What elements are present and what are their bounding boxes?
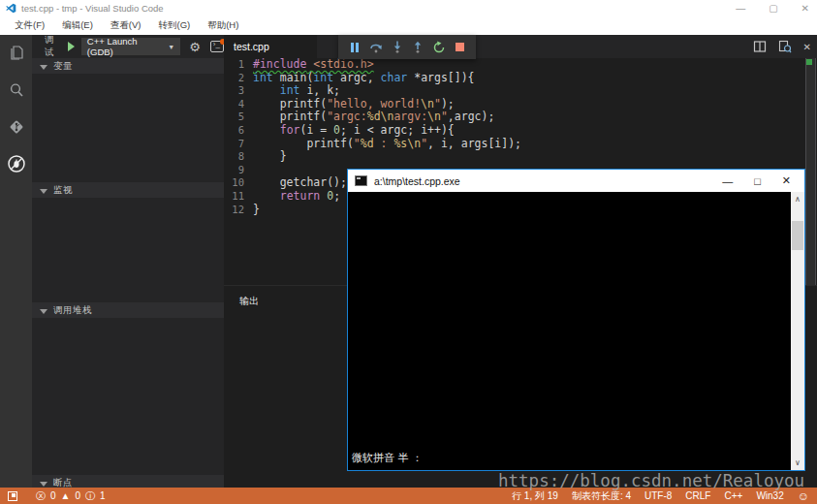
debug-configuration-select[interactable]: C++ Launch (GDB) ▼ bbox=[81, 38, 180, 55]
console-title-bar[interactable]: a:\tmp\test.cpp.exe — □ ✕ bbox=[348, 170, 804, 192]
variables-body bbox=[32, 74, 224, 182]
feedback-smiley-icon[interactable]: ☺ bbox=[798, 489, 809, 503]
open-preview-icon[interactable] bbox=[778, 40, 792, 53]
explorer-icon[interactable] bbox=[0, 35, 32, 72]
minimize-button[interactable]: — bbox=[736, 3, 745, 14]
section-label: 变量 bbox=[53, 60, 73, 73]
console-scrollbar[interactable]: ∧ ∨ bbox=[791, 192, 804, 470]
line-content: #include <stdio.h> bbox=[253, 58, 374, 72]
stop-icon[interactable] bbox=[455, 42, 465, 52]
close-editor-icon[interactable]: ✕ bbox=[803, 42, 811, 52]
debug-console-icon[interactable] bbox=[210, 41, 224, 52]
code-line[interactable]: 6 for(i = 0; i < argc; i++){ bbox=[224, 124, 817, 138]
line-number: 1 bbox=[224, 58, 253, 72]
status-bar-right: 行 1, 列 19制表符长度: 4UTF-8CRLFC++Win32☺ bbox=[512, 489, 817, 503]
restart-icon[interactable] bbox=[432, 41, 446, 54]
maximize-button[interactable]: ▢ bbox=[769, 3, 777, 14]
console-body[interactable]: 微软拼音 半 ： ∧ ∨ bbox=[348, 192, 804, 470]
editor-scrollbar[interactable] bbox=[805, 58, 816, 285]
code-line[interactable]: 3 int i, k; bbox=[224, 84, 817, 98]
debug-icon[interactable] bbox=[0, 145, 32, 182]
tab-label: test.cpp bbox=[234, 41, 269, 52]
code-line[interactable]: 5 printf("argc:%d\nargv:\n",argc); bbox=[224, 110, 817, 124]
line-number: 11 bbox=[224, 190, 253, 204]
code-line[interactable]: 2int main(int argc, char *args[]){ bbox=[224, 72, 817, 85]
debug-configuration-value: C++ Launch (GDB) bbox=[87, 36, 160, 57]
feedback-window-icon[interactable] bbox=[8, 491, 17, 501]
line-content: printf("argc:%d\nargv:\n",argc); bbox=[253, 110, 494, 124]
menu-bar: 文件(F)编辑(E)查看(V)转到(G)帮助(H) bbox=[0, 16, 817, 35]
step-into-icon[interactable] bbox=[392, 41, 403, 53]
pause-icon[interactable] bbox=[349, 42, 361, 53]
section-header-variables[interactable]: 变量 bbox=[32, 58, 224, 74]
vscode-logo-icon bbox=[6, 3, 16, 14]
callstack-body bbox=[32, 318, 224, 475]
debug-sidebar: 调试 C++ Launch (GDB) ▼ ⚙ 变量 监视 调用堆栈 断点 bbox=[32, 35, 224, 488]
line-number: 8 bbox=[224, 150, 253, 164]
code-line[interactable]: 1#include <stdio.h> bbox=[224, 58, 817, 72]
menu-item[interactable]: 帮助(H) bbox=[199, 17, 247, 34]
line-number: 3 bbox=[224, 84, 253, 98]
console-window[interactable]: a:\tmp\test.cpp.exe — □ ✕ 微软拼音 半 ： ∧ ∨ bbox=[347, 169, 805, 471]
warning-icon[interactable]: ▲ bbox=[61, 490, 71, 501]
error-icon[interactable]: ⓧ bbox=[36, 489, 46, 503]
line-content: getchar(); bbox=[253, 176, 347, 190]
line-content: return 0; bbox=[253, 190, 340, 204]
menu-bar-items: 文件(F)编辑(E)查看(V)转到(G)帮助(H) bbox=[6, 17, 247, 34]
source-control-icon[interactable] bbox=[0, 109, 32, 145]
tab-output[interactable]: 输出 bbox=[239, 295, 259, 308]
twistie-icon bbox=[40, 482, 47, 487]
status-item[interactable]: 制表符长度: 4 bbox=[572, 489, 631, 503]
split-editor-icon[interactable] bbox=[753, 40, 767, 53]
scroll-up-icon[interactable]: ∧ bbox=[791, 192, 804, 206]
section-header-callstack[interactable]: 调用堆栈 bbox=[32, 302, 224, 318]
line-content: printf("%d : %s\n", i, args[i]); bbox=[253, 138, 521, 151]
status-item[interactable]: 行 1, 列 19 bbox=[512, 489, 558, 503]
line-content: printf("hello, world!\n"); bbox=[253, 98, 455, 111]
line-number: 10 bbox=[224, 176, 253, 190]
menu-item[interactable]: 转到(G) bbox=[149, 17, 199, 34]
scroll-down-icon[interactable]: ∨ bbox=[791, 456, 804, 470]
console-title: a:\tmp\test.cpp.exe bbox=[374, 175, 460, 187]
status-item[interactable]: C++ bbox=[724, 490, 742, 501]
code-line[interactable]: 7 printf("%d : %s\n", i, args[i]); bbox=[224, 138, 817, 151]
status-item[interactable]: UTF-8 bbox=[644, 490, 672, 501]
line-number: 6 bbox=[224, 124, 253, 138]
line-number: 7 bbox=[224, 138, 253, 151]
info-icon[interactable]: ⓘ bbox=[85, 489, 95, 503]
settings-gear-icon[interactable]: ⚙ bbox=[189, 40, 201, 54]
title-bar: test.cpp - tmp - Visual Studio Code — ▢ … bbox=[0, 0, 817, 16]
line-content: int i, k; bbox=[253, 84, 340, 98]
menu-item[interactable]: 文件(F) bbox=[6, 17, 53, 34]
section-header-watch[interactable]: 监视 bbox=[32, 182, 224, 198]
line-number: 4 bbox=[224, 98, 253, 111]
menu-item[interactable]: 查看(V) bbox=[102, 17, 150, 34]
status-item[interactable]: Win32 bbox=[756, 490, 783, 501]
section-label: 监视 bbox=[53, 184, 73, 197]
section-label: 调用堆栈 bbox=[53, 304, 92, 317]
code-line[interactable]: 8 } bbox=[224, 150, 817, 164]
watch-body bbox=[32, 198, 224, 302]
status-item[interactable]: CRLF bbox=[685, 490, 710, 501]
tab-test-cpp[interactable]: test.cpp bbox=[224, 35, 317, 58]
error-count[interactable]: 0 bbox=[50, 490, 56, 501]
info-count[interactable]: 1 bbox=[100, 490, 106, 501]
debug-action-toolbar bbox=[338, 35, 476, 59]
scrollbar-thumb[interactable] bbox=[792, 221, 803, 250]
vscode-window: test.cpp - tmp - Visual Studio Code — ▢ … bbox=[0, 0, 817, 504]
menu-item[interactable]: 编辑(E) bbox=[53, 17, 102, 34]
code-line[interactable]: 4 printf("hello, world!\n"); bbox=[224, 98, 817, 111]
step-out-icon[interactable] bbox=[412, 41, 424, 53]
line-number: 5 bbox=[224, 110, 253, 124]
console-minimize-button[interactable]: — bbox=[722, 175, 733, 187]
close-button[interactable]: ✕ bbox=[801, 3, 809, 14]
step-over-icon[interactable] bbox=[369, 41, 383, 53]
console-maximize-button[interactable]: □ bbox=[754, 175, 761, 187]
line-content: int main(int argc, char *args[]){ bbox=[253, 72, 475, 85]
ime-indicator: 微软拼音 半 ： bbox=[352, 451, 423, 465]
twistie-icon bbox=[40, 189, 47, 194]
search-icon[interactable] bbox=[0, 72, 32, 109]
console-close-button[interactable]: ✕ bbox=[782, 174, 791, 187]
warning-count[interactable]: 0 bbox=[75, 490, 80, 501]
start-debug-icon[interactable] bbox=[68, 42, 75, 51]
